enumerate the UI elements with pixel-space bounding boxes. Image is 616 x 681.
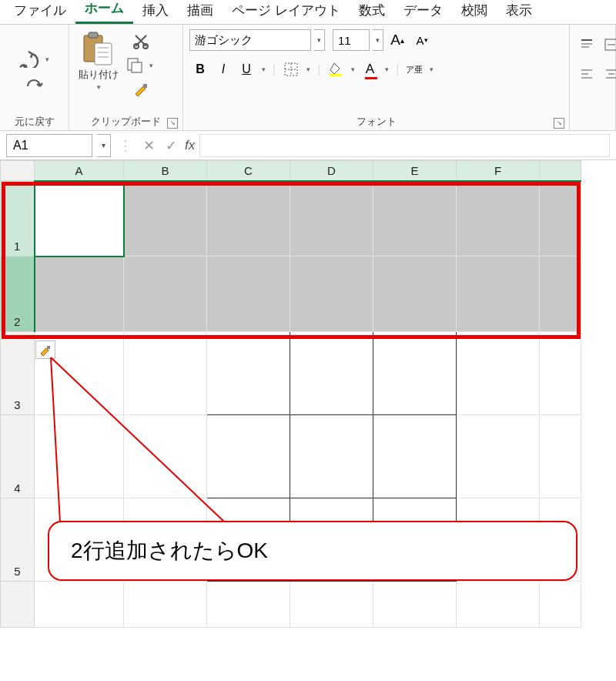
col-header[interactable] xyxy=(540,161,581,181)
tab-pagelayout[interactable]: ページ レイアウト xyxy=(223,0,350,24)
cell[interactable] xyxy=(290,181,373,257)
font-size-select[interactable] xyxy=(333,29,370,51)
insert-options-button[interactable] xyxy=(35,340,55,359)
chevron-down-icon[interactable]: ▾ xyxy=(314,29,325,51)
italic-button[interactable]: I xyxy=(213,59,234,80)
cell[interactable] xyxy=(290,332,373,415)
chevron-down-icon[interactable]: ▾ xyxy=(97,134,111,157)
dialog-launcher-icon[interactable]: ↘ xyxy=(167,118,178,129)
underline-button[interactable]: U xyxy=(236,59,257,80)
cell[interactable] xyxy=(373,181,457,257)
cell[interactable] xyxy=(35,415,124,498)
cell[interactable] xyxy=(35,181,124,257)
tab-home[interactable]: ホーム xyxy=(75,0,133,24)
paste-button[interactable]: 貼り付け ▾ xyxy=(75,29,122,92)
svg-rect-1 xyxy=(89,32,98,38)
tab-formulas[interactable]: 数式 xyxy=(350,0,394,24)
formula-input[interactable] xyxy=(199,134,610,157)
cell[interactable] xyxy=(373,415,457,498)
font-name-select[interactable] xyxy=(189,29,311,51)
formula-bar: ▾ ⋮ ✕ ✓ fx xyxy=(0,131,616,160)
bold-button[interactable]: B xyxy=(189,59,211,80)
cell[interactable] xyxy=(457,415,540,498)
col-header[interactable]: D xyxy=(290,161,373,181)
tab-review[interactable]: 校閲 xyxy=(452,0,497,24)
cell[interactable] xyxy=(207,181,290,257)
cell[interactable] xyxy=(457,582,540,628)
cut-button[interactable] xyxy=(132,32,149,49)
undo-icon xyxy=(17,51,40,68)
cell[interactable] xyxy=(124,181,207,257)
cell[interactable] xyxy=(124,415,207,498)
chevron-down-icon[interactable]: ▾ xyxy=(348,65,357,73)
increase-font-button[interactable]: A▴ xyxy=(387,29,408,51)
phonetic-button[interactable]: ア亜 xyxy=(403,59,425,80)
row-header[interactable]: 1 xyxy=(1,181,35,257)
fill-color-button[interactable] xyxy=(325,59,346,80)
chevron-down-icon[interactable]: ▾ xyxy=(427,65,436,73)
cell[interactable] xyxy=(373,257,457,332)
col-header[interactable]: F xyxy=(457,161,540,181)
tab-view[interactable]: 表示 xyxy=(497,0,541,24)
tab-data[interactable]: データ xyxy=(394,0,452,24)
cell[interactable] xyxy=(124,332,207,415)
chevron-down-icon[interactable]: ▾ xyxy=(94,83,103,91)
align-left-button[interactable] xyxy=(576,63,598,85)
cell[interactable] xyxy=(290,257,373,332)
cell[interactable] xyxy=(207,415,290,498)
chevron-down-icon[interactable]: ▾ xyxy=(259,65,268,73)
tab-file[interactable]: ファイル xyxy=(5,0,75,24)
decrease-font-button[interactable]: A▾ xyxy=(411,29,433,51)
chevron-down-icon[interactable]: ▾ xyxy=(43,55,52,63)
cell[interactable] xyxy=(207,257,290,332)
cell[interactable] xyxy=(35,257,124,332)
col-header[interactable]: C xyxy=(207,161,290,181)
row-header[interactable]: 3 xyxy=(1,332,35,415)
chevron-down-icon[interactable]: ▾ xyxy=(146,62,156,69)
align-middle-button[interactable] xyxy=(601,34,616,55)
cancel-formula-button[interactable]: ✕ xyxy=(140,137,158,154)
row-header[interactable]: 5 xyxy=(1,498,35,582)
cell[interactable] xyxy=(540,582,581,628)
cell[interactable] xyxy=(290,415,373,498)
cell[interactable] xyxy=(540,257,581,332)
cell[interactable] xyxy=(457,257,540,332)
cell[interactable] xyxy=(540,415,581,498)
col-header[interactable]: B xyxy=(124,161,207,181)
col-header[interactable]: E xyxy=(373,161,457,181)
confirm-formula-button[interactable]: ✓ xyxy=(162,137,180,154)
cell[interactable] xyxy=(457,181,540,257)
cell[interactable] xyxy=(540,181,581,257)
cell[interactable] xyxy=(124,257,207,332)
col-header[interactable]: A xyxy=(35,161,124,181)
name-box[interactable] xyxy=(6,134,92,157)
copy-button[interactable] xyxy=(126,57,143,74)
cell[interactable] xyxy=(124,582,207,628)
cell[interactable] xyxy=(207,582,290,628)
redo-button[interactable] xyxy=(25,79,45,92)
dialog-launcher-icon[interactable]: ↘ xyxy=(554,118,564,129)
row-header[interactable] xyxy=(1,582,35,628)
align-top-button[interactable] xyxy=(576,34,598,55)
cell[interactable] xyxy=(35,582,124,628)
tab-draw[interactable]: 描画 xyxy=(178,0,223,24)
format-painter-button[interactable] xyxy=(132,82,149,99)
font-color-button[interactable]: A xyxy=(359,59,380,80)
chevron-down-icon[interactable]: ▾ xyxy=(382,65,391,73)
borders-button[interactable] xyxy=(280,59,302,80)
cell[interactable] xyxy=(373,332,457,415)
tab-insert[interactable]: 挿入 xyxy=(133,0,178,24)
row-header[interactable]: 4 xyxy=(1,415,35,498)
chevron-down-icon[interactable]: ▾ xyxy=(303,65,313,73)
undo-button[interactable]: ▾ xyxy=(17,51,52,68)
fx-label[interactable]: fx xyxy=(185,138,195,153)
row-header[interactable]: 2 xyxy=(1,257,35,332)
cell[interactable] xyxy=(457,332,540,415)
cell[interactable] xyxy=(540,332,581,415)
chevron-down-icon[interactable]: ▾ xyxy=(373,29,383,51)
cell[interactable] xyxy=(290,582,373,628)
select-all-corner[interactable] xyxy=(1,161,35,181)
align-center-button[interactable] xyxy=(601,63,616,85)
cell[interactable] xyxy=(207,332,290,415)
cell[interactable] xyxy=(373,582,457,628)
